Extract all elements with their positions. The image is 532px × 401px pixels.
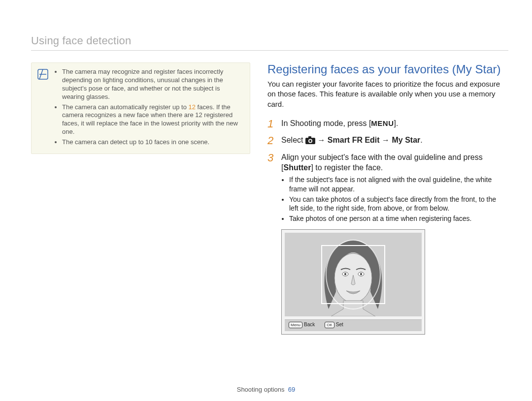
svg-point-6 [309, 140, 311, 142]
note-highlight: 12 [189, 103, 196, 111]
step-text: ] to register the face. [311, 163, 383, 172]
camera-icon [305, 136, 315, 147]
back-label: Back [304, 322, 315, 327]
shutter-button-label: Shutter [283, 163, 311, 172]
columns: The camera may recognize and register fa… [31, 62, 508, 335]
step-text: Select [281, 136, 305, 144]
step-text: . [420, 136, 422, 144]
page-number: 69 [288, 386, 295, 393]
step-3: 3 Align your subject's face with the ova… [267, 152, 503, 225]
set-label: Set [336, 322, 343, 327]
step-text: ]. [394, 119, 399, 127]
menu-path-item: Smart FR Edit [328, 136, 380, 144]
arrow: → [317, 136, 327, 144]
steps: 1 In Shooting mode, press [MENU]. 2 Sele… [267, 118, 503, 224]
sub-bullet: If the subject's face is not aligned wit… [289, 175, 503, 194]
camera-screen-illustration: MenuBack OKSet [281, 229, 425, 335]
step-body: Select → Smart FR Edit → My Star. [281, 135, 503, 147]
back-key-group: MenuBack [289, 322, 315, 328]
step-number: 2 [267, 135, 281, 147]
note-box: The camera may recognize and register fa… [31, 62, 250, 154]
note-text: The camera may recognize and register fa… [62, 68, 223, 100]
step-body: In Shooting mode, press [MENU]. [281, 118, 503, 130]
white-frame [321, 245, 385, 304]
camera-screen [285, 233, 422, 316]
ok-key-icon: OK [325, 322, 334, 328]
intro-text: You can register your favorite faces to … [267, 79, 503, 109]
footer-label: Shooting options [237, 386, 285, 393]
step-number: 1 [267, 118, 281, 130]
note-text: The camera can automatically register up… [62, 103, 189, 111]
menu-key-icon: Menu [289, 322, 302, 328]
note-item: The camera can automatically register up… [62, 103, 243, 137]
step-number: 3 [267, 152, 281, 225]
note-icon [37, 69, 48, 80]
arrow: → [380, 136, 392, 144]
step-text: In Shooting mode, press [ [281, 119, 371, 127]
set-key-group: OKSet [325, 322, 343, 328]
sub-bullet: Take photos of one person at a time when… [289, 214, 503, 223]
note-item: The camera can detect up to 10 faces in … [62, 138, 243, 147]
menu-path-item: My Star [392, 136, 421, 144]
left-column: The camera may recognize and register fa… [31, 62, 250, 335]
note-item: The camera may recognize and register fa… [62, 68, 243, 101]
note-text: The camera can detect up to 10 faces in … [62, 138, 209, 146]
section-title: Using face detection [31, 34, 508, 51]
right-column: Registering faces as your favorites (My … [267, 62, 508, 335]
screen-footer: MenuBack OKSet [285, 319, 422, 331]
step-body: Align your subject's face with the oval … [281, 152, 503, 225]
sub-bullet: You can take photos of a subject's face … [289, 195, 503, 214]
step-2: 2 Select → Smart FR Edit → My Star. [267, 135, 503, 147]
step-1: 1 In Shooting mode, press [MENU]. [267, 118, 503, 130]
menu-button-label: MENU [371, 119, 394, 127]
subsection-title: Registering faces as your favorites (My … [267, 62, 503, 76]
svg-rect-4 [308, 136, 311, 138]
page-footer: Shooting options 69 [0, 386, 532, 393]
